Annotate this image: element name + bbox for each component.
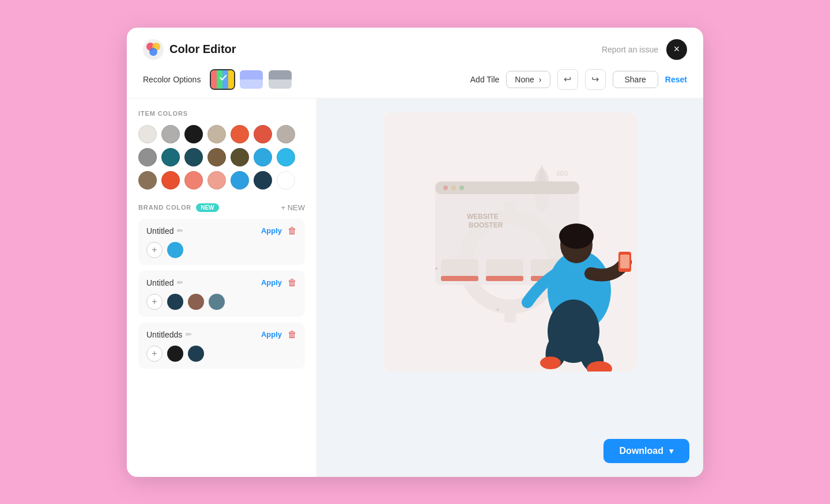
sidebar: ITEM COLORS BRAND COLOR NEW + NEW Untitl…	[127, 98, 317, 477]
svg-text:✦: ✦	[434, 266, 439, 272]
item-color-dot[interactable]	[207, 125, 226, 143]
apply-button[interactable]: Apply	[261, 330, 282, 339]
item-color-dot[interactable]	[254, 171, 272, 190]
item-color-dot[interactable]	[184, 171, 203, 190]
download-button[interactable]: Download ▾	[603, 439, 689, 463]
svg-rect-19	[435, 181, 579, 194]
brand-color-dot[interactable]	[188, 346, 204, 362]
share-button[interactable]: Share	[613, 71, 658, 88]
svg-text:BOOSTER: BOOSTER	[469, 221, 503, 229]
edit-icon[interactable]: ✏	[177, 278, 183, 287]
svg-text:SEO: SEO	[556, 170, 568, 177]
apply-button[interactable]: Apply	[261, 278, 282, 287]
close-button[interactable]: ×	[666, 39, 687, 60]
svg-rect-43	[620, 255, 629, 268]
reset-button[interactable]: Reset	[665, 75, 687, 84]
item-color-dot[interactable]	[254, 148, 272, 166]
modal-header: Color Editor Report an issue ×	[127, 28, 703, 69]
svg-rect-28	[486, 276, 523, 281]
color-editor-modal: Color Editor Report an issue × Recolor O…	[127, 28, 703, 477]
report-issue-link[interactable]: Report an issue	[602, 45, 658, 54]
item-color-dot[interactable]	[231, 148, 249, 166]
edit-icon[interactable]: ✏	[177, 226, 183, 235]
brand-card-name-2: Untitled✏	[146, 278, 183, 287]
svg-point-21	[451, 185, 456, 190]
main-content: ITEM COLORS BRAND COLOR NEW + NEW Untitl…	[127, 98, 703, 477]
svg-point-20	[443, 185, 448, 190]
item-color-dot[interactable]	[207, 148, 226, 166]
brand-card-header-1: Untitled✏Apply🗑	[146, 226, 297, 236]
item-color-dot[interactable]	[161, 125, 180, 143]
svg-point-36	[559, 223, 594, 249]
brand-color-dot[interactable]	[209, 294, 225, 310]
delete-button[interactable]: 🗑	[288, 226, 297, 236]
brand-card-actions-1: Apply🗑	[261, 226, 297, 236]
svg-point-22	[459, 185, 464, 190]
item-color-dot[interactable]	[138, 125, 157, 143]
brand-color-dot[interactable]	[167, 346, 183, 362]
item-color-dot[interactable]	[207, 171, 226, 190]
item-colors-grid	[138, 125, 305, 190]
brand-color-title: BRAND COLOR	[138, 204, 191, 211]
add-tile-chevron: ›	[539, 75, 542, 84]
item-color-dot[interactable]	[138, 148, 157, 166]
apply-button[interactable]: Apply	[261, 226, 282, 235]
item-color-dot[interactable]	[161, 171, 180, 190]
undo-button[interactable]: ↩	[557, 69, 578, 90]
item-color-dot[interactable]	[138, 171, 157, 190]
header-right: Report an issue ×	[602, 39, 687, 60]
app-logo	[143, 39, 164, 60]
header-left: Color Editor	[143, 39, 236, 60]
add-color-button[interactable]: +	[146, 346, 163, 362]
download-chevron: ▾	[669, 446, 673, 456]
recolor-options-label: Recolor Options	[143, 75, 201, 84]
item-color-dot[interactable]	[277, 171, 295, 190]
svg-point-41	[540, 357, 561, 369]
brand-colors-3: +	[146, 346, 297, 362]
brand-color-dot[interactable]	[167, 242, 183, 258]
brand-cards-container: Untitled✏Apply🗑+Untitled✏Apply🗑+Untitled…	[138, 219, 305, 369]
recolor-swatch-1[interactable]	[210, 69, 235, 90]
item-color-dot[interactable]	[184, 148, 203, 166]
item-colors-title: ITEM COLORS	[138, 110, 305, 117]
brand-colors-2: +	[146, 294, 297, 310]
add-color-button[interactable]: +	[146, 242, 163, 258]
brand-card-actions-3: Apply🗑	[261, 329, 297, 340]
brand-name-text: Untitled	[146, 278, 173, 287]
brand-color-dot[interactable]	[188, 294, 204, 310]
brand-color-dot[interactable]	[167, 294, 183, 310]
item-color-dot[interactable]	[231, 125, 249, 143]
svg-rect-26	[441, 276, 478, 281]
add-color-button[interactable]: +	[146, 294, 163, 310]
recolor-swatch-3[interactable]	[267, 69, 293, 90]
delete-button[interactable]: 🗑	[288, 278, 297, 288]
brand-card-actions-2: Apply🗑	[261, 278, 297, 288]
svg-rect-8	[504, 305, 516, 323]
item-color-dot[interactable]	[277, 148, 295, 166]
brand-title-group: BRAND COLOR NEW	[138, 203, 219, 212]
svg-text:WEBSITE: WEBSITE	[467, 213, 499, 221]
preview-bottom: Download ▾	[331, 430, 689, 463]
brand-colors-1: +	[146, 242, 297, 258]
brand-card-header-2: Untitled✏Apply🗑	[146, 278, 297, 288]
item-color-dot[interactable]	[161, 148, 180, 166]
new-badge: NEW	[196, 203, 218, 212]
recolor-swatch-2[interactable]	[239, 69, 264, 90]
brand-name-text: Untitledds	[146, 330, 182, 339]
edit-icon[interactable]: ✏	[186, 330, 192, 339]
brand-card-3: Untitledds✏Apply🗑+	[138, 323, 305, 369]
brand-card-2: Untitled✏Apply🗑+	[138, 271, 305, 317]
new-brand-link[interactable]: + NEW	[281, 203, 305, 212]
brand-section-header: BRAND COLOR NEW + NEW	[138, 203, 305, 212]
item-color-dot[interactable]	[254, 125, 272, 143]
item-color-dot[interactable]	[231, 171, 249, 190]
brand-card-name-1: Untitled✏	[146, 226, 183, 236]
add-tile-select[interactable]: None ›	[506, 71, 550, 88]
item-color-dot[interactable]	[277, 125, 295, 143]
item-color-dot[interactable]	[184, 125, 203, 143]
delete-button[interactable]: 🗑	[288, 329, 297, 340]
redo-button[interactable]: ↪	[585, 69, 606, 90]
brand-card-1: Untitled✏Apply🗑+	[138, 219, 305, 265]
modal-title: Color Editor	[169, 43, 236, 56]
preview-illustration: SEO WEBSITE BOOSTER	[383, 112, 637, 372]
